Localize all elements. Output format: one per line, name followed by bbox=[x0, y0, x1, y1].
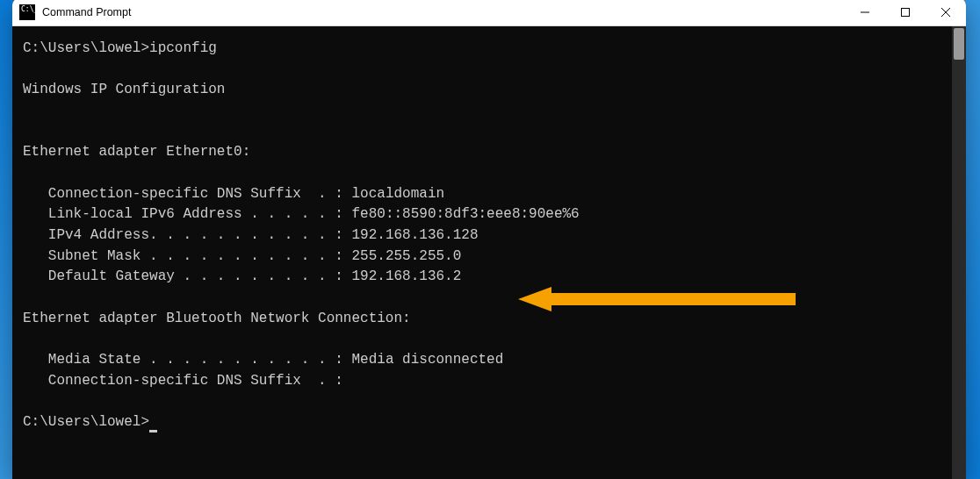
svg-rect-1 bbox=[902, 9, 910, 17]
subnet-value: 255.255.255.0 bbox=[351, 248, 461, 264]
ipv6-value: fe80::8590:8df3:eee8:90ee%6 bbox=[351, 206, 579, 222]
prompt-path: C:\Users\lowel> bbox=[23, 414, 149, 430]
maximize-button[interactable] bbox=[885, 0, 926, 26]
ipv4-value: 192.168.136.128 bbox=[351, 227, 478, 243]
command-entered: ipconfig bbox=[149, 40, 217, 56]
cursor bbox=[149, 430, 157, 433]
window-controls bbox=[845, 0, 966, 25]
titlebar[interactable]: Command Prompt bbox=[12, 0, 966, 26]
scrollbar[interactable] bbox=[952, 26, 966, 479]
terminal-output[interactable]: C:\Users\lowel>ipconfig Windows IP Confi… bbox=[12, 26, 952, 479]
gateway-label: Default Gateway . . . . . . . . . : bbox=[23, 268, 351, 284]
ipv4-label: IPv4 Address. . . . . . . . . . . : bbox=[23, 227, 351, 243]
prompt-path: C:\Users\lowel> bbox=[23, 40, 149, 56]
command-prompt-window: Command Prompt C:\Users\lowel>ipconfig W… bbox=[12, 0, 966, 479]
gateway-value: 192.168.136.2 bbox=[351, 268, 461, 284]
terminal-area: C:\Users\lowel>ipconfig Windows IP Confi… bbox=[12, 26, 966, 479]
window-title: Command Prompt bbox=[42, 6, 845, 18]
config-header: Windows IP Configuration bbox=[23, 82, 225, 97]
subnet-label: Subnet Mask . . . . . . . . . . . : bbox=[23, 248, 351, 264]
adapter-name: Ethernet adapter Ethernet0: bbox=[23, 144, 250, 160]
dns-suffix-value: localdomain bbox=[351, 186, 444, 202]
dns-suffix-label: Connection-specific DNS Suffix . : bbox=[23, 373, 343, 389]
media-state-value: Media disconnected bbox=[351, 352, 503, 368]
scrollbar-thumb[interactable] bbox=[954, 28, 964, 60]
adapter-name: Ethernet adapter Bluetooth Network Conne… bbox=[23, 311, 411, 326]
dns-suffix-label: Connection-specific DNS Suffix . : bbox=[23, 186, 351, 202]
media-state-label: Media State . . . . . . . . . . . : bbox=[23, 352, 351, 368]
ipv6-label: Link-local IPv6 Address . . . . . : bbox=[23, 206, 351, 222]
minimize-button[interactable] bbox=[845, 0, 885, 26]
cmd-icon bbox=[19, 4, 35, 20]
close-button[interactable] bbox=[926, 0, 966, 26]
